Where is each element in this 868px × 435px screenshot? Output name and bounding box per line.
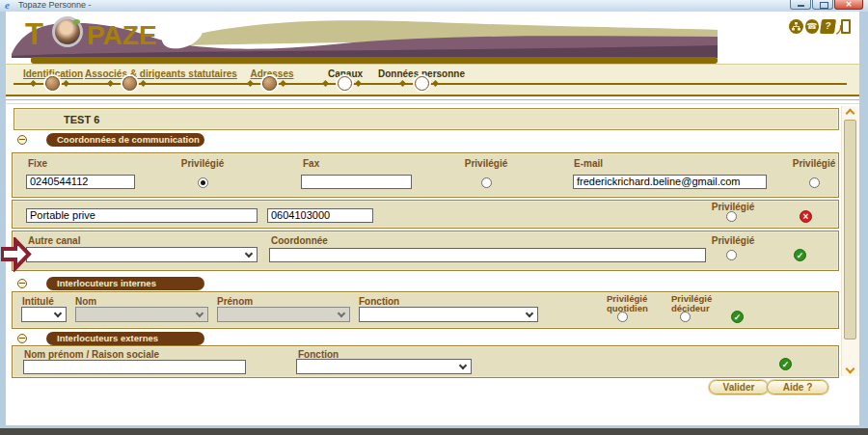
step-circle-donnees[interactable] bbox=[415, 76, 429, 91]
step-tick bbox=[280, 80, 286, 87]
coordonnee-label: Coordonnée bbox=[271, 235, 328, 246]
nom-label: Nom bbox=[75, 296, 96, 307]
step-tick bbox=[247, 80, 254, 87]
fixe-label: Fixe bbox=[28, 158, 47, 169]
nav-underline bbox=[6, 99, 859, 100]
fixe-input[interactable]: 0240544112 bbox=[26, 175, 135, 189]
panel-autre-canal: Autre canal Coordonnée Privilégié ✓ bbox=[12, 231, 839, 271]
step-circle-identification[interactable] bbox=[45, 76, 60, 91]
step-connector-line bbox=[14, 83, 847, 85]
fax-privilegie-radio[interactable] bbox=[481, 177, 492, 188]
portable-privilegie-radio[interactable] bbox=[726, 211, 737, 222]
aide-button[interactable]: Aide ? bbox=[767, 380, 828, 394]
page: T PAZE ☎ ? 人 Identification bbox=[6, 12, 859, 425]
fax-label: Fax bbox=[303, 158, 319, 169]
step-tick bbox=[107, 80, 114, 87]
privilegie-decideur-label: Privilégié décideur bbox=[671, 294, 721, 313]
delete-row-icon[interactable]: × bbox=[800, 210, 812, 223]
nom-raison-label: Nom prénom / Raison sociale bbox=[24, 349, 159, 360]
panel-phone-fax-email: Fixe Privilégié Fax Privilégié E-mail Pr… bbox=[12, 152, 839, 198]
coordonnee-input[interactable] bbox=[269, 248, 706, 262]
intitule-label: Intitulé bbox=[22, 296, 54, 307]
step-circle-associes[interactable] bbox=[122, 76, 137, 91]
browser-icon: e bbox=[5, 0, 14, 11]
autre-canal-select[interactable] bbox=[26, 247, 258, 262]
chevron-down-icon bbox=[526, 310, 533, 317]
org-chart-icon[interactable] bbox=[789, 19, 803, 34]
privilegie-quotidien-label: Privilégié quotidien bbox=[607, 294, 657, 313]
valider-button[interactable]: Valider bbox=[709, 380, 769, 394]
step-tick bbox=[63, 80, 69, 87]
nom-select-disabled bbox=[75, 307, 208, 322]
chevron-down-icon bbox=[338, 310, 345, 317]
privilegie-label: Privilégié bbox=[712, 235, 754, 246]
privilegie-quotidien-radio[interactable] bbox=[617, 312, 628, 322]
minimize-button[interactable] bbox=[790, 0, 811, 10]
record-header: TEST 6 bbox=[14, 108, 839, 130]
step-tick bbox=[30, 80, 37, 87]
logo-leaf-icon bbox=[73, 19, 80, 24]
prenom-select-disabled bbox=[217, 307, 350, 322]
pointer-arrow-annotation bbox=[1, 237, 32, 272]
chevron-down-icon bbox=[459, 362, 467, 369]
step-circle-adresses[interactable] bbox=[262, 76, 277, 91]
validate-row-icon[interactable]: ✓ bbox=[731, 311, 744, 323]
scroll-down-icon[interactable] bbox=[846, 365, 855, 374]
email-input[interactable]: frederickrichard.beline@gmail.com bbox=[573, 175, 767, 189]
step-tick bbox=[432, 80, 439, 87]
window-title: Topaze Personne - bbox=[18, 0, 92, 10]
panel-internes: Intitulé Nom Prénom Fonction Privilégié … bbox=[12, 291, 839, 329]
chevron-down-icon bbox=[245, 250, 253, 258]
step-tick bbox=[140, 80, 147, 87]
autre-canal-label: Autre canal bbox=[28, 235, 80, 246]
portable-label-input[interactable]: Portable prive bbox=[26, 208, 258, 223]
autre-canal-privilegie-radio[interactable] bbox=[726, 250, 737, 260]
validate-row-icon[interactable]: ✓ bbox=[794, 249, 806, 261]
collapse-icon-externes[interactable] bbox=[17, 334, 27, 343]
collapse-icon-internes[interactable] bbox=[17, 279, 27, 288]
privilegie-label: Privilégié bbox=[465, 158, 507, 169]
email-label: E-mail bbox=[574, 158, 603, 169]
privilegie-decideur-radio[interactable] bbox=[680, 312, 691, 322]
window-bottom-edge bbox=[0, 428, 868, 435]
step-tick bbox=[399, 80, 406, 87]
record-title: TEST 6 bbox=[64, 114, 99, 125]
scroll-up-icon[interactable] bbox=[846, 109, 855, 119]
step-tick bbox=[322, 80, 329, 87]
fonction-label: Fonction bbox=[359, 296, 399, 307]
app-window: e Topaze Personne - ✕ T PAZE bbox=[0, 0, 868, 435]
panel-portable: Privilégié Portable prive 0604103000 × bbox=[12, 200, 839, 229]
fonction-externe-select[interactable] bbox=[296, 359, 472, 374]
logo-text: PAZE bbox=[87, 20, 157, 51]
scrollbar[interactable] bbox=[841, 106, 859, 376]
validate-row-icon[interactable]: ✓ bbox=[779, 358, 792, 370]
section-title-externes: Interlocuteurs externes bbox=[46, 332, 204, 345]
header-toolbar: ☎ ? 人 bbox=[789, 19, 851, 37]
titlebar: e Topaze Personne - ✕ bbox=[0, 0, 868, 12]
fonction-select[interactable] bbox=[359, 307, 538, 322]
fax-input[interactable] bbox=[301, 175, 412, 189]
maximize-button[interactable] bbox=[812, 0, 833, 10]
exit-icon[interactable]: 人 bbox=[841, 19, 851, 34]
intitule-select[interactable] bbox=[21, 307, 67, 322]
step-circle-canaux[interactable] bbox=[338, 76, 352, 91]
main-divider bbox=[6, 103, 859, 104]
section-title-communication: Coordonnées de communication bbox=[46, 133, 204, 147]
prenom-label: Prénom bbox=[217, 296, 253, 307]
scrollbar-thumb[interactable] bbox=[844, 120, 856, 340]
fixe-privilegie-radio[interactable] bbox=[198, 177, 208, 188]
collapse-icon-communication[interactable] bbox=[17, 135, 27, 145]
nav-step-associes[interactable]: Associés & dirigeants statutaires bbox=[85, 68, 237, 79]
panel-externes: Nom prénom / Raison sociale Fonction ✓ bbox=[12, 345, 839, 378]
nom-raison-input[interactable] bbox=[23, 360, 246, 374]
close-button[interactable]: ✕ bbox=[834, 0, 863, 10]
portable-number-input[interactable]: 0604103000 bbox=[267, 208, 373, 223]
chevron-down-icon bbox=[196, 310, 203, 317]
help-book-icon[interactable]: ? bbox=[820, 19, 836, 34]
phone-icon[interactable]: ☎ bbox=[805, 19, 820, 34]
privilegie-label: Privilégié bbox=[793, 158, 835, 169]
email-privilegie-radio[interactable] bbox=[809, 177, 820, 188]
privilegie-label: Privilégié bbox=[181, 158, 224, 169]
section-title-internes: Interlocuteurs internes bbox=[46, 277, 204, 290]
step-tick bbox=[355, 80, 362, 87]
